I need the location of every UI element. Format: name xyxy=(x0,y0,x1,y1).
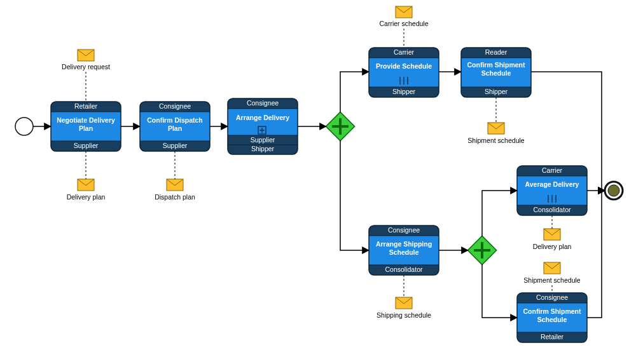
flow-gw1-to-arrship xyxy=(340,140,369,250)
task-title-l2: Schedule xyxy=(481,69,511,77)
role-bot-label: Shipper xyxy=(485,88,508,95)
flow-gw2-to-confirmbot xyxy=(482,264,517,318)
task-title-l1: Confirm Shipment xyxy=(467,61,526,69)
task-confirm-shipment-bot: Consignee Confirm Shipment Schedule Reta… xyxy=(517,293,587,342)
svg-point-81 xyxy=(608,185,619,196)
role-top-label: Consignee xyxy=(159,102,191,110)
role-bot-label-2: Shipper xyxy=(251,145,275,152)
task-title-l1: Provide Schedule xyxy=(376,62,432,70)
message-shipping-schedule: Shipping schedule xyxy=(377,297,431,319)
role-top-label: Consignee xyxy=(536,293,568,301)
message-shipment-schedule-top: Shipment schedule xyxy=(467,123,524,144)
parallel-gateway-1 xyxy=(326,112,354,140)
task-average-delivery: Carrier Average Delivery Consolidator xyxy=(517,166,587,215)
task-title-l1: Confirm Dispatch xyxy=(147,116,203,124)
role-top-label: Consignee xyxy=(247,99,279,107)
task-title-l1: Confirm Shipment xyxy=(523,307,582,315)
flow-confirmbot-to-end xyxy=(587,191,605,318)
role-bot-label: Retailer xyxy=(541,333,564,340)
message-label: Shipment schedule xyxy=(467,137,524,144)
task-confirm-shipment-top: Reader Confirm Shipment Schedule Shipper xyxy=(461,48,531,97)
message-label: Delivery plan xyxy=(67,193,106,201)
role-top-label: Reader xyxy=(485,48,508,56)
role-top-label: Consignee xyxy=(388,226,420,234)
task-provide-schedule: Carrier Provide Schedule Shipper xyxy=(369,48,439,97)
flow-gw2-to-avg xyxy=(482,191,517,236)
role-top-label: Retailer xyxy=(74,102,98,110)
message-label: Shipment schedule xyxy=(523,276,580,284)
task-title-l1: Average Delivery xyxy=(525,180,579,188)
role-top-label: Carrier xyxy=(542,166,563,174)
start-event xyxy=(15,118,33,135)
task-title-l2: Plan xyxy=(79,125,93,132)
role-bot-label-1: Supplier xyxy=(251,136,275,144)
message-delivery-plan-1: Delivery plan xyxy=(67,179,106,201)
task-title-l1: Arrange Delivery xyxy=(236,114,289,121)
task-title-l2: Plan xyxy=(168,125,182,132)
role-bot-label: Consolidator xyxy=(385,266,423,273)
message-label: Dispatch plan xyxy=(155,193,195,201)
role-bot-label: Consolidator xyxy=(534,206,571,213)
role-bot-label: Supplier xyxy=(74,142,99,149)
message-carrier-schedule: Carrier schedule xyxy=(379,6,428,27)
task-negotiate-delivery-plan: Retailer Negotiate Delivery Plan Supplie… xyxy=(51,102,121,151)
message-label: Delivery request xyxy=(62,63,110,71)
role-bot-label: Supplier xyxy=(163,142,188,149)
task-confirm-dispatch-plan: Consignee Confirm Dispatch Plan Supplier xyxy=(140,102,210,151)
message-delivery-request: Delivery request xyxy=(62,50,110,71)
flow-gw1-to-provide xyxy=(340,72,369,112)
task-arrange-shipping-schedule: Consignee Arrange Shipping Schedule Cons… xyxy=(369,226,439,275)
message-dispatch-plan: Dispatch plan xyxy=(155,179,195,201)
message-label: Carrier schedule xyxy=(379,20,428,27)
task-title-l1: Arrange Shipping xyxy=(376,240,432,248)
end-event xyxy=(605,182,623,199)
message-delivery-plan-2: Delivery plan xyxy=(533,229,572,250)
task-title-l1: Negotiate Delivery xyxy=(57,116,115,124)
task-arrange-delivery: Consignee Arrange Delivery Supplier Ship… xyxy=(228,98,298,154)
role-top-label: Carrier xyxy=(394,48,415,56)
message-label: Delivery plan xyxy=(533,243,572,250)
task-title-l2: Schedule xyxy=(537,316,567,323)
role-bot-label: Shipper xyxy=(392,88,416,95)
message-shipment-schedule-mid: Shipment schedule xyxy=(523,262,580,284)
message-label: Shipping schedule xyxy=(377,311,431,319)
task-title-l2: Schedule xyxy=(389,248,419,256)
parallel-gateway-2 xyxy=(467,236,496,264)
svg-point-0 xyxy=(15,118,33,135)
